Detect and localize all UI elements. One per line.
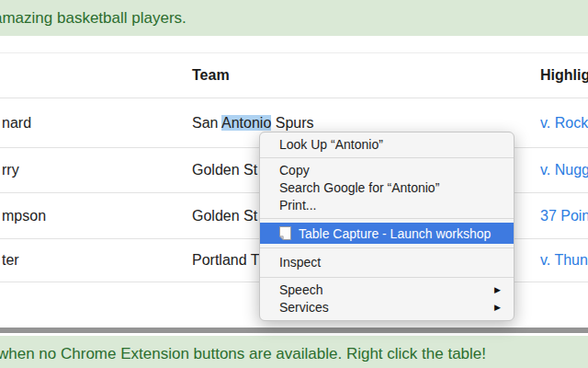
- menu-item-speech-label: Speech: [279, 282, 322, 299]
- player-name-cell: ter: [2, 252, 19, 269]
- column-header-highlights: Highlig: [540, 67, 588, 84]
- player-name-cell: nard: [2, 115, 31, 132]
- bottom-alert-text: when no Chrome Extension buttons are ava…: [0, 345, 486, 363]
- highlight-link[interactable]: v. Thun: [540, 252, 588, 268]
- team-text-after: Spurs: [271, 115, 313, 131]
- team-cell: San Antonio Spurs: [192, 115, 314, 132]
- menu-item-look-up[interactable]: Look Up “Antonio”: [260, 136, 514, 154]
- team-cell: Golden St: [192, 162, 257, 178]
- bottom-alert-banner: when no Chrome Extension buttons are ava…: [0, 336, 588, 368]
- menu-separator: [260, 218, 514, 219]
- top-alert-banner: amazing basketball players.: [0, 0, 588, 36]
- menu-item-print[interactable]: Print...: [260, 197, 514, 214]
- menu-item-table-capture[interactable]: Table Capture - Launch workshop: [260, 223, 514, 244]
- menu-item-inspect[interactable]: Inspect: [260, 252, 514, 273]
- column-header-team: Team: [192, 67, 230, 84]
- menu-item-services[interactable]: Services ▶: [260, 299, 514, 316]
- context-menu: Look Up “Antonio” Copy Search Google for…: [259, 132, 514, 321]
- team-cell: Golden St: [192, 208, 257, 224]
- highlight-link[interactable]: 37 Poin: [540, 208, 588, 224]
- menu-separator: [260, 247, 514, 248]
- table-header-row: Team Highlig: [0, 52, 588, 98]
- menu-item-speech[interactable]: Speech ▶: [260, 282, 514, 299]
- highlight-link[interactable]: v. Rock: [540, 115, 588, 131]
- team-text-before: San: [192, 115, 221, 131]
- menu-separator: [260, 277, 514, 278]
- menu-item-copy[interactable]: Copy: [260, 162, 514, 179]
- team-cell: Portland T: [192, 252, 260, 269]
- menu-separator: [260, 157, 514, 158]
- page-icon: [279, 226, 291, 240]
- top-alert-text: amazing basketball players.: [0, 9, 187, 28]
- selected-text: Antonio: [221, 115, 271, 131]
- player-name-cell: mpson: [2, 208, 46, 224]
- player-name-cell: rry: [2, 162, 19, 178]
- page: amazing basketball players. Team Highlig…: [0, 0, 588, 368]
- menu-item-search-google[interactable]: Search Google for “Antonio”: [260, 179, 514, 197]
- submenu-arrow-icon: ▶: [494, 282, 501, 299]
- window-edge-strip: [0, 328, 588, 333]
- highlight-link[interactable]: v. Nugg: [540, 162, 588, 178]
- menu-item-services-label: Services: [279, 299, 329, 316]
- menu-item-table-capture-label: Table Capture - Launch workshop: [299, 226, 491, 241]
- submenu-arrow-icon: ▶: [494, 299, 501, 316]
